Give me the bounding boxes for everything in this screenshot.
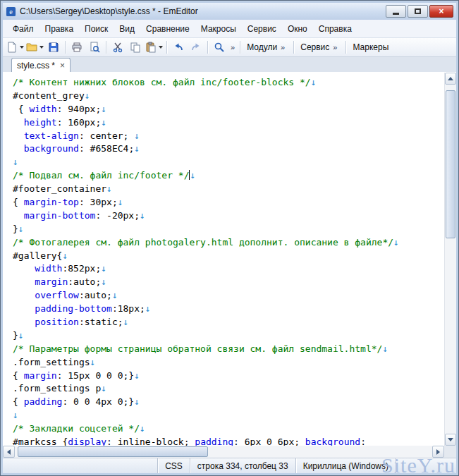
- menu-item-2[interactable]: Поиск: [79, 21, 114, 37]
- vscroll-track[interactable]: [445, 85, 456, 434]
- paste-button[interactable]: [145, 39, 164, 55]
- toolbar-overflow-chevron[interactable]: »: [228, 43, 237, 51]
- tab-label: style.css *: [17, 61, 55, 71]
- toolbar-separator: [166, 41, 167, 54]
- scroll-left-button[interactable]: [3, 446, 15, 458]
- search-button[interactable]: [211, 39, 228, 55]
- newline-mark: ↓: [140, 423, 145, 434]
- menu-item-1[interactable]: Правка: [39, 21, 80, 37]
- code-line: padding-bottom:18px;↓: [13, 303, 444, 316]
- open-file-button[interactable]: [25, 39, 44, 55]
- save-button[interactable]: [45, 39, 62, 55]
- undo-button[interactable]: [170, 39, 187, 55]
- code-line: }↓: [13, 329, 444, 343]
- copy-button[interactable]: [127, 39, 144, 55]
- newline-mark: ↓: [101, 263, 106, 274]
- paste-icon: [145, 42, 157, 53]
- maximize-icon: [415, 8, 421, 14]
- menu-item-8[interactable]: Справка: [313, 21, 357, 37]
- minimize-button[interactable]: [386, 5, 406, 18]
- close-button[interactable]: ×: [429, 5, 453, 18]
- newline-mark: ↓: [18, 224, 24, 234]
- code-line: position:static;↓: [13, 316, 444, 329]
- code-line: /* Закладки соцсетей */↓: [13, 422, 444, 436]
- code-line: margin:auto;↓: [13, 276, 444, 289]
- menu-item-4[interactable]: Сравнение: [140, 21, 195, 37]
- redo-button[interactable]: [188, 39, 204, 55]
- arrow-right-icon: [436, 449, 440, 455]
- newline-mark: ↓: [382, 343, 388, 354]
- tab-close-icon[interactable]: ×: [60, 62, 65, 69]
- copy-icon: [130, 42, 141, 53]
- toolbar-group-modules[interactable]: Модули »: [243, 41, 290, 54]
- print-preview-icon: [89, 42, 100, 53]
- emeditor-window: e C:\Users\Sergey\Desktop\style.css * - …: [0, 0, 459, 476]
- code-line: text-align: center; ↓: [13, 130, 444, 143]
- hscroll-track[interactable]: [15, 446, 432, 458]
- newline-mark: ↓: [13, 157, 18, 167]
- status-encoding[interactable]: Кириллица (Windows): [295, 458, 396, 473]
- title-bar[interactable]: e C:\Users\Sergey\Desktop\style.css * - …: [3, 3, 456, 20]
- save-icon: [48, 42, 59, 53]
- code-line: #footer_container↓: [13, 183, 444, 196]
- newline-mark: ↓: [112, 290, 118, 300]
- toolbar-separator: [207, 41, 208, 54]
- code-line: #markcss {display: inline-block; padding…: [13, 436, 444, 446]
- scroll-down-button[interactable]: [445, 434, 456, 446]
- code-line: /* Контент нижних блоков см. файл inc/fo…: [13, 76, 444, 90]
- code-line: { margin: 15px 0 0 0;}↓: [13, 370, 444, 383]
- hscroll-thumb[interactable]: [18, 446, 208, 457]
- newline-mark: ↓: [101, 117, 106, 128]
- new-document-button[interactable]: [6, 39, 25, 55]
- code-line: /* Фотогалерея см. файл photogalery.html…: [13, 236, 444, 250]
- toolbar-group-markers[interactable]: Маркеры: [349, 41, 392, 54]
- code-line: background: #658EC4;↓: [13, 142, 444, 156]
- tab-style-css[interactable]: style.css * ×: [11, 58, 71, 72]
- chevron-right-icon[interactable]: »: [279, 43, 287, 51]
- code-line: }↓: [13, 223, 444, 236]
- menu-item-5[interactable]: Макросы: [195, 21, 242, 37]
- editor: /* Контент нижних блоков см. файл inc/fo…: [3, 73, 456, 446]
- horizontal-scrollbar[interactable]: [3, 446, 444, 458]
- maximize-button[interactable]: [408, 5, 428, 18]
- app-icon: e: [6, 6, 16, 17]
- newline-mark: ↓: [134, 396, 140, 407]
- status-syntax[interactable]: CSS: [157, 458, 190, 473]
- horizontal-scrollbar-row: [3, 446, 456, 458]
- arrow-up-icon: [448, 77, 453, 80]
- code-area[interactable]: /* Контент нижних блоков см. файл inc/fo…: [3, 73, 444, 446]
- vscroll-thumb[interactable]: [446, 90, 455, 238]
- status-bar: CSS строка 334, столбец 33 Кириллица (Wi…: [3, 458, 456, 473]
- menu-item-7[interactable]: Окно: [282, 21, 313, 37]
- cut-icon: [112, 42, 123, 53]
- print-button[interactable]: [68, 39, 85, 55]
- status-cursor-position[interactable]: строка 334, столбец 33: [190, 458, 295, 473]
- toolbar-group-service[interactable]: Сервис »: [297, 41, 343, 54]
- toolbar-separator: [293, 41, 294, 54]
- menu-item-0[interactable]: Файл: [7, 21, 39, 37]
- newline-mark: ↓: [106, 183, 112, 194]
- scroll-up-button[interactable]: [445, 73, 456, 85]
- cut-button[interactable]: [109, 39, 126, 55]
- scroll-right-button[interactable]: [432, 446, 444, 458]
- close-icon: ×: [439, 6, 443, 16]
- print-preview-button[interactable]: [86, 39, 103, 55]
- menu-item-6[interactable]: Сервис: [242, 21, 282, 37]
- code-line: /* Подвал см. файл inc/footer */↓: [13, 169, 444, 183]
- arrow-down-icon: [448, 438, 453, 441]
- toolbar-separator: [345, 41, 346, 54]
- new-document-icon: [6, 42, 18, 53]
- window-title: C:\Users\Sergey\Desktop\style.css * - Em…: [20, 6, 382, 16]
- newline-mark: ↓: [101, 383, 106, 393]
- chevron-right-icon[interactable]: »: [331, 43, 339, 51]
- menu-item-3[interactable]: Вид: [114, 21, 140, 37]
- code-line: { width: 940px;↓: [13, 103, 444, 116]
- vertical-scrollbar[interactable]: [444, 73, 456, 446]
- code-line: /* Параметры формы страницы обратной свя…: [13, 343, 444, 356]
- code-line: width:852px;↓: [13, 262, 444, 276]
- code-line: { margin-top: 30px;↓: [13, 196, 444, 209]
- newline-mark: ↓: [85, 90, 90, 101]
- toolbar-group-label: Маркеры: [353, 42, 388, 52]
- print-icon: [71, 42, 82, 53]
- newline-mark: ↓: [140, 210, 145, 221]
